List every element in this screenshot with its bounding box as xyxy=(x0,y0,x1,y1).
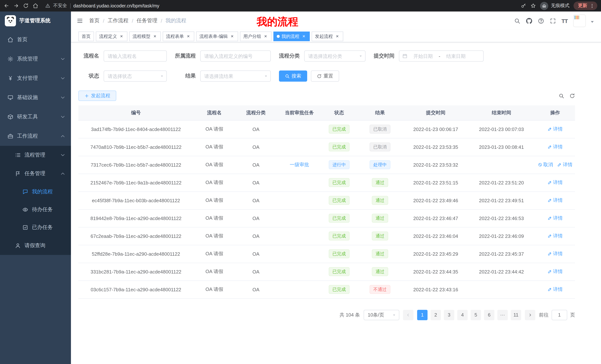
close-tab-icon[interactable]: × xyxy=(335,34,340,39)
cell-status: 已完成 xyxy=(322,245,356,263)
result-badge: 通过 xyxy=(372,231,388,240)
status-select[interactable] xyxy=(104,70,167,82)
owner-process-input[interactable] xyxy=(200,50,271,62)
address-divider xyxy=(70,3,70,8)
prev-page-button[interactable] xyxy=(403,310,413,320)
hamburger-icon[interactable] xyxy=(77,18,83,24)
back-icon[interactable] xyxy=(4,3,9,9)
tab-home[interactable]: 首页 xyxy=(78,31,94,41)
detail-action[interactable]: 详情 xyxy=(548,215,563,221)
tab-user-group[interactable]: 用户分组× xyxy=(240,31,271,41)
cell-result: 通过 xyxy=(356,174,404,192)
sidebar-item-todo-tasks[interactable]: 待办任务 xyxy=(0,201,71,219)
font-size-icon[interactable] xyxy=(561,18,568,24)
table-row: 2152467e-7b9b-11ec-9a1b-acde48001122 OA … xyxy=(78,174,575,192)
tab-start-process[interactable]: 发起流程× xyxy=(312,31,343,41)
date-range-picker[interactable]: - xyxy=(399,50,484,62)
fullscreen-icon[interactable] xyxy=(550,18,556,24)
breadcrumb-task-mgmt[interactable]: 任务管理 xyxy=(137,18,158,24)
result-select[interactable] xyxy=(200,70,271,82)
sidebar-item-home[interactable]: 首页 xyxy=(0,30,71,49)
breadcrumb-workflow[interactable]: 工作流程 xyxy=(108,18,129,24)
cell-submit-time: 2022-01-22 23:44:35 xyxy=(404,263,468,280)
detail-action[interactable]: 详情 xyxy=(548,179,563,186)
cell-end-time: 2022-01-22 23:46:09 xyxy=(468,227,535,245)
start-process-button[interactable]: 发起流程 xyxy=(78,91,116,101)
refresh-icon[interactable] xyxy=(23,3,29,9)
search-button[interactable]: 搜索 xyxy=(279,70,307,82)
update-button[interactable]: 更新 xyxy=(573,1,597,10)
end-date-input[interactable] xyxy=(442,53,470,59)
bookmark-star-icon[interactable] xyxy=(531,3,536,9)
address-bar[interactable]: 不安全 dashboard.yudao.iocoder.cn/bpm/task/… xyxy=(45,3,517,9)
status-badge: 已完成 xyxy=(329,267,350,276)
detail-action[interactable]: 详情 xyxy=(548,126,563,133)
page-size-select[interactable]: 10条/页 xyxy=(364,310,399,320)
refresh-table-icon[interactable] xyxy=(570,93,575,98)
sidebar-item-payment[interactable]: 支付管理 xyxy=(0,69,71,88)
tab-process-form-edit[interactable]: 流程表单-编辑× xyxy=(196,31,238,41)
sidebar-item-task-mgmt[interactable]: 任务管理 xyxy=(0,164,71,183)
caret-down-icon[interactable] xyxy=(589,19,595,25)
sidebar-item-my-process[interactable]: 我的流程 xyxy=(0,183,71,201)
security-warning-icon xyxy=(45,3,50,8)
github-icon[interactable] xyxy=(526,18,532,24)
page-button[interactable]: 6 xyxy=(484,310,494,320)
category-select[interactable] xyxy=(304,50,366,62)
detail-action[interactable]: 详情 xyxy=(548,144,563,150)
detail-action[interactable]: 详情 xyxy=(548,197,563,204)
close-tab-icon[interactable]: × xyxy=(186,34,191,39)
sidebar-item-workflow[interactable]: 工作流程 xyxy=(0,126,71,146)
close-tab-icon[interactable]: × xyxy=(119,34,124,39)
cancel-action[interactable]: 取消 xyxy=(538,161,553,168)
current-task-link[interactable]: 一级审批 xyxy=(290,162,309,167)
reset-button[interactable]: 重置 xyxy=(311,70,339,82)
user-avatar[interactable] xyxy=(573,14,586,27)
detail-action[interactable]: 详情 xyxy=(548,268,563,275)
page-ellipsis[interactable]: ··· xyxy=(497,310,508,320)
tab-my-process[interactable]: 我的流程× xyxy=(273,31,310,41)
detail-action[interactable]: 详情 xyxy=(548,250,563,257)
result-badge: 通过 xyxy=(372,214,388,223)
incognito-spy-icon xyxy=(540,2,548,10)
forward-icon[interactable] xyxy=(13,3,19,9)
detail-action[interactable]: 详情 xyxy=(548,233,563,239)
question-icon[interactable] xyxy=(538,18,544,24)
detail-action[interactable]: 详情 xyxy=(557,161,573,168)
key-icon[interactable] xyxy=(521,3,526,9)
page-button[interactable]: 11 xyxy=(511,310,521,320)
tab-process-model[interactable]: 流程模型× xyxy=(129,31,161,41)
page-button[interactable]: 1 xyxy=(417,310,428,320)
detail-action[interactable]: 详情 xyxy=(548,286,563,293)
search-icon[interactable] xyxy=(514,18,520,24)
sidebar-item-system[interactable]: 系统管理 xyxy=(0,49,71,69)
sidebar-item-infra[interactable]: 基础设施 xyxy=(0,88,71,107)
close-tab-icon[interactable]: × xyxy=(152,34,158,39)
sidebar-item-done-tasks[interactable]: 已办任务 xyxy=(0,219,71,236)
start-date-input[interactable] xyxy=(409,53,437,59)
table-header-row: 编号 流程名 流程分类 当前审批任务 状态 结果 提交时间 结束时间 操作 xyxy=(78,105,575,120)
page-button[interactable]: 4 xyxy=(457,310,468,320)
sidebar-item-leave-query[interactable]: 请假查询 xyxy=(0,236,71,255)
cell-process-name: OA 请假 xyxy=(193,280,235,298)
page-button[interactable]: 2 xyxy=(431,310,441,320)
sidebar-item-process-mgmt[interactable]: 流程管理 xyxy=(0,146,71,164)
next-page-button[interactable] xyxy=(525,310,535,320)
process-name-input[interactable] xyxy=(104,50,167,62)
page-button[interactable]: 5 xyxy=(471,310,481,320)
app-logo[interactable]: 芋道管理系统 xyxy=(0,11,71,30)
caret-down-icon xyxy=(392,313,396,317)
close-tab-icon[interactable]: × xyxy=(301,34,306,39)
page-button[interactable]: 3 xyxy=(444,310,454,320)
goto-page-input[interactable] xyxy=(551,310,567,320)
close-tab-icon[interactable]: × xyxy=(230,34,235,39)
breadcrumb-home[interactable]: 首页 xyxy=(89,18,100,24)
sidebar-item-devtools[interactable]: 研发工具 xyxy=(0,107,71,126)
tab-process-definition[interactable]: 流程定义× xyxy=(96,31,127,41)
browser-menu-icon[interactable] xyxy=(590,3,595,8)
home-icon[interactable] xyxy=(33,3,38,9)
tab-process-form[interactable]: 流程表单× xyxy=(163,31,194,41)
search-toggle-icon[interactable] xyxy=(559,93,564,98)
close-tab-icon[interactable]: × xyxy=(263,34,268,39)
cell-process-id: 03c6c157-7b9a-11ec-a290-acde48001122 xyxy=(78,280,193,298)
